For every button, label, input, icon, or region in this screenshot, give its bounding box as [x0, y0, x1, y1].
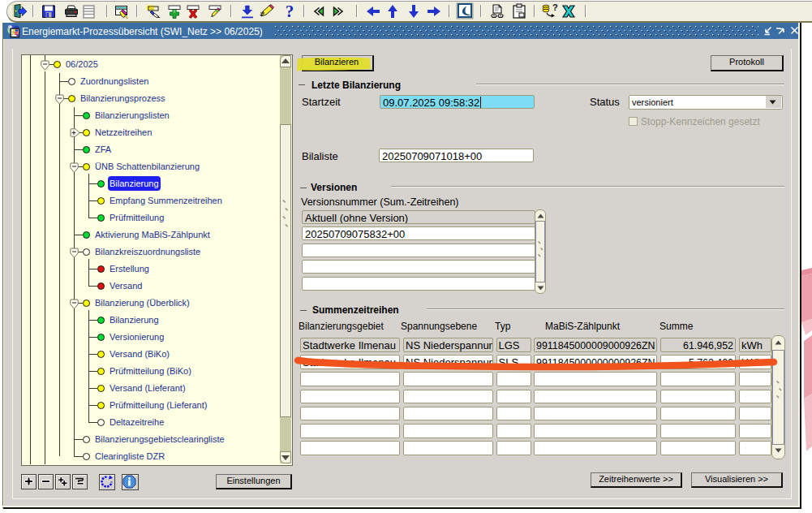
svg-text:?: ?: [552, 2, 558, 12]
svg-text:?: ?: [286, 2, 294, 21]
